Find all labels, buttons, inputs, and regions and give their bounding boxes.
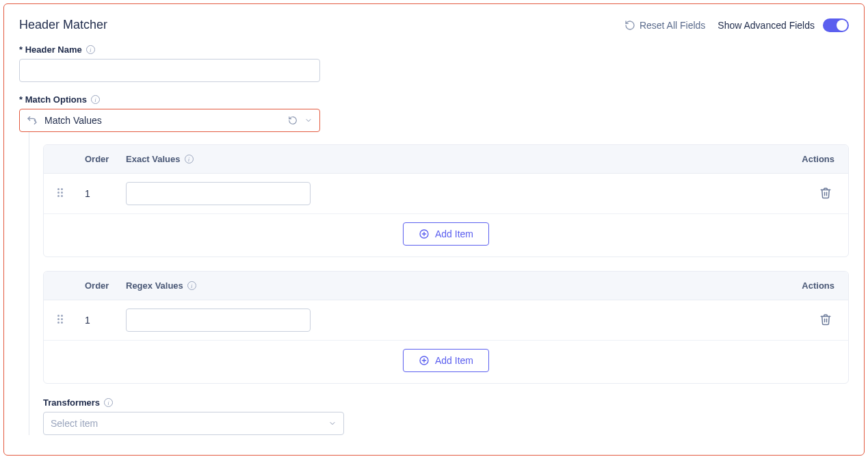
header-matcher-panel: Header Matcher Reset All Fields Show Adv… [3,3,865,456]
table-row: 1 [44,300,848,341]
plus-circle-icon [419,228,430,239]
order-column-header: Order [85,280,126,291]
match-values-selector[interactable]: Match Values [19,109,320,132]
branch-icon [27,115,38,126]
delete-row-button[interactable] [817,184,834,204]
delete-row-button[interactable] [817,311,834,330]
table-row: 1 [44,174,848,214]
info-icon[interactable]: i [104,398,113,407]
trash-icon [819,313,832,326]
info-icon[interactable]: i [91,95,100,104]
reset-label: Reset All Fields [640,20,705,31]
reset-icon [624,20,635,31]
trash-icon [819,187,832,199]
exact-value-input[interactable] [126,182,311,205]
exact-values-table: Order Exact Values i Actions 1 [43,144,849,257]
transformers-placeholder: Select item [51,418,98,429]
regex-values-column-header: Regex Values i [126,280,787,291]
chevron-down-icon[interactable] [304,116,313,124]
advanced-fields-label: Show Advanced Fields [718,20,815,31]
actions-column-header: Actions [787,280,834,291]
advanced-fields-toggle[interactable] [823,18,849,32]
match-values-nested: Order Exact Values i Actions 1 [29,132,849,435]
reset-all-fields-button[interactable]: Reset All Fields [620,19,709,31]
transformers-field: Transformers i Select item [43,397,849,435]
transformers-select[interactable]: Select item [43,412,344,435]
order-number: 1 [85,188,90,199]
plus-circle-icon [419,355,430,366]
regex-values-table: Order Regex Values i Actions 1 [43,271,849,384]
reset-icon[interactable] [288,116,298,125]
drag-handle-icon[interactable] [57,188,68,199]
match-options-label: * Match Options i [19,94,849,105]
info-icon[interactable]: i [86,45,95,54]
header-name-input[interactable] [19,59,320,82]
table-header-row: Order Exact Values i Actions [44,145,848,174]
header-name-label: * Header Name i [19,44,849,55]
match-values-label: Match Values [44,115,102,126]
table-header-row: Order Regex Values i Actions [44,272,848,300]
drag-handle-icon[interactable] [57,315,68,326]
info-icon[interactable]: i [187,281,196,290]
order-number: 1 [85,315,90,326]
header-name-field: * Header Name i [19,44,849,82]
order-column-header: Order [85,154,126,164]
add-item-button[interactable]: Add Item [403,349,489,372]
info-icon[interactable]: i [185,155,194,163]
exact-values-column-header: Exact Values i [126,154,787,164]
panel-title: Header Matcher [19,18,107,32]
chevron-down-icon [328,419,337,428]
add-item-button[interactable]: Add Item [403,222,489,246]
actions-column-header: Actions [787,154,834,164]
regex-value-input[interactable] [126,309,311,332]
header-actions: Reset All Fields Show Advanced Fields [620,18,849,32]
match-options-field: * Match Options i Match Values [19,94,849,132]
panel-header: Header Matcher Reset All Fields Show Adv… [19,18,849,32]
add-item-label: Add Item [435,228,473,239]
add-item-label: Add Item [435,355,473,366]
transformers-label: Transformers i [43,397,849,408]
